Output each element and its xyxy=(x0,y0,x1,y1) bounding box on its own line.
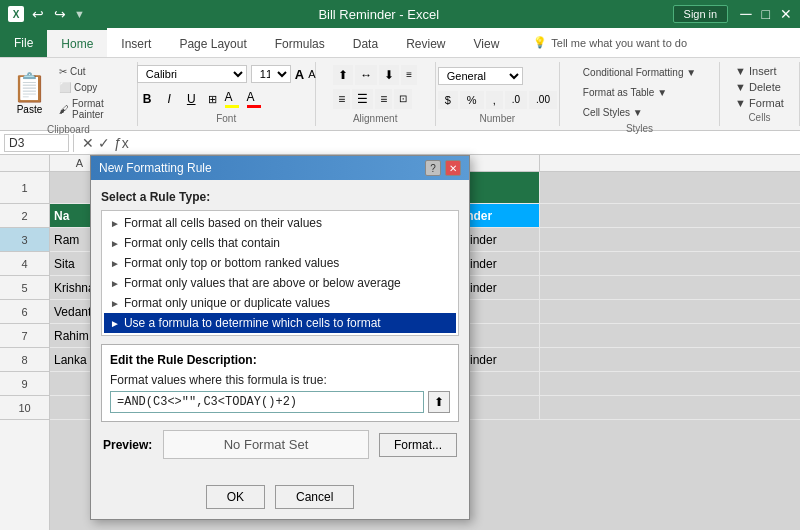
rule-item-2[interactable]: ► Format only cells that contain xyxy=(104,233,456,253)
row-header-4[interactable]: 4 xyxy=(0,252,49,276)
italic-button[interactable]: I xyxy=(162,89,177,109)
cell-styles-button[interactable]: Cell Styles ▼ xyxy=(576,104,703,121)
font-row2: B I U ⊞ A A xyxy=(137,88,316,110)
border-button[interactable]: ⊞ xyxy=(206,91,219,108)
row-header-2[interactable]: 2 xyxy=(0,204,49,228)
rule-label-4: Format only values that are above or bel… xyxy=(124,276,401,290)
alignment-controls: ⬆ ↔ ⬇ ≡ ≡ ☰ ≡ ⊡ xyxy=(333,64,417,111)
rule-item-3[interactable]: ► Format only top or bottom ranked value… xyxy=(104,253,456,273)
increase-font-button[interactable]: A xyxy=(295,67,304,82)
dialog-close-button[interactable]: ✕ xyxy=(445,160,461,176)
top-align-button[interactable]: ⬆ xyxy=(333,65,353,85)
left-align-button[interactable]: ≡ xyxy=(333,89,350,109)
sign-in-button[interactable]: Sign in xyxy=(673,5,729,23)
rule-label-5: Format only unique or duplicate values xyxy=(124,296,330,310)
formula-input[interactable] xyxy=(133,136,796,150)
underline-button[interactable]: U xyxy=(181,89,202,109)
alignment-group: ⬆ ↔ ⬇ ≡ ≡ ☰ ≡ ⊡ Alignment xyxy=(316,62,436,126)
tab-view[interactable]: View xyxy=(460,28,514,57)
fill-color-button[interactable]: A xyxy=(223,88,241,110)
rule-arrow-6: ► xyxy=(110,318,120,329)
format-painter-button[interactable]: 🖌 Format Painter xyxy=(55,96,129,122)
tab-insert[interactable]: Insert xyxy=(107,28,165,57)
row-header-1[interactable]: 1 xyxy=(0,172,49,204)
rule-item-4[interactable]: ► Format only values that are above or b… xyxy=(104,273,456,293)
format-button[interactable]: Format... xyxy=(379,433,457,457)
title-bar-left: X ↩ ↪ ▼ xyxy=(8,6,85,22)
row-header-5[interactable]: 5 xyxy=(0,276,49,300)
cell-styles-label: Cell Styles ▼ xyxy=(583,107,643,118)
conditional-formatting-button[interactable]: Conditional Formatting ▼ xyxy=(576,64,703,81)
font-controls: Calibri 11 A A B I U ⊞ A xyxy=(137,64,316,111)
dialog-title-bar: New Formatting Rule ? ✕ xyxy=(91,156,469,180)
row-header-8[interactable]: 8 xyxy=(0,348,49,372)
rule-arrow-2: ► xyxy=(110,238,120,249)
close-button[interactable]: ✕ xyxy=(780,6,792,22)
format-as-table-button[interactable]: Format as Table ▼ xyxy=(576,84,703,101)
cancel-button[interactable]: Cancel xyxy=(275,485,354,509)
ok-button[interactable]: OK xyxy=(206,485,265,509)
row-header-6[interactable]: 6 xyxy=(0,300,49,324)
formula-textbox[interactable] xyxy=(110,391,424,413)
font-size-select[interactable]: 11 xyxy=(251,65,291,83)
font-label: Font xyxy=(216,113,236,124)
tab-review[interactable]: Review xyxy=(392,28,459,57)
delete-button[interactable]: ▼ Delete xyxy=(729,80,790,94)
wrap-text-button[interactable]: ≡ xyxy=(401,65,417,85)
undo-button[interactable]: ↩ xyxy=(32,6,44,22)
cells-label: Cells xyxy=(748,112,770,123)
bottom-align-button[interactable]: ⬇ xyxy=(379,65,399,85)
row-header-3[interactable]: 3 xyxy=(0,228,49,252)
tell-me[interactable]: 💡 Tell me what you want to do xyxy=(513,28,800,57)
format-as-table-label: Format as Table ▼ xyxy=(583,87,667,98)
confirm-formula-icon[interactable]: ✓ xyxy=(98,135,110,151)
rule-label-2: Format only cells that contain xyxy=(124,236,280,250)
font-name-select[interactable]: Calibri xyxy=(137,65,247,83)
styles-controls: Conditional Formatting ▼ Format as Table… xyxy=(576,64,703,121)
comma-button[interactable]: , xyxy=(486,91,503,109)
paste-label: Paste xyxy=(17,104,43,115)
bold-button[interactable]: B xyxy=(137,89,158,109)
rule-description-section: Edit the Rule Description: Format values… xyxy=(101,344,459,422)
tab-data[interactable]: Data xyxy=(339,28,392,57)
right-align-button[interactable]: ≡ xyxy=(375,89,392,109)
minimize-button[interactable]: ─ xyxy=(740,5,751,23)
rule-arrow-4: ► xyxy=(110,278,120,289)
row-header-9[interactable]: 9 xyxy=(0,372,49,396)
rule-item-6[interactable]: ► Use a formula to determine which cells… xyxy=(104,313,456,333)
row-header-10[interactable]: 10 xyxy=(0,396,49,420)
tab-home[interactable]: Home xyxy=(47,28,107,57)
dialog-help-button[interactable]: ? xyxy=(425,160,441,176)
alignment-label: Alignment xyxy=(353,113,397,124)
number-label: Number xyxy=(480,113,516,124)
cut-button[interactable]: ✂ Cut xyxy=(55,64,129,79)
center-align-button[interactable]: ☰ xyxy=(352,89,373,109)
tab-file[interactable]: File xyxy=(0,28,47,57)
font-color-button[interactable]: A xyxy=(245,88,263,110)
row-header-7[interactable]: 7 xyxy=(0,324,49,348)
format-button[interactable]: ▼ Format xyxy=(729,96,790,110)
font-color-bar xyxy=(247,105,261,108)
copy-button[interactable]: ⬜ Copy xyxy=(55,80,129,95)
collapse-dialog-button[interactable]: ⬆ xyxy=(428,391,450,413)
insert-function-icon[interactable]: ƒx xyxy=(114,135,129,151)
paste-button[interactable]: 📋 Paste xyxy=(8,69,51,117)
rule-item-1[interactable]: ► Format all cells based on their values xyxy=(104,213,456,233)
tab-formulas[interactable]: Formulas xyxy=(261,28,339,57)
increase-decimal-button[interactable]: .0 xyxy=(505,91,527,109)
tab-page-layout[interactable]: Page Layout xyxy=(165,28,260,57)
merge-button[interactable]: ⊡ xyxy=(394,89,412,109)
cancel-formula-icon[interactable]: ✕ xyxy=(82,135,94,151)
cell-reference-input[interactable] xyxy=(4,134,69,152)
percent-button[interactable]: % xyxy=(460,91,484,109)
currency-button[interactable]: $ xyxy=(438,91,458,109)
redo-button[interactable]: ↪ xyxy=(54,6,66,22)
formula-icons: ✕ ✓ ƒx xyxy=(78,135,133,151)
decrease-font-button[interactable]: A xyxy=(308,68,315,80)
decrease-decimal-button[interactable]: .00 xyxy=(529,91,557,109)
middle-align-button[interactable]: ↔ xyxy=(355,65,377,85)
number-format-select[interactable]: General xyxy=(438,67,523,85)
rule-item-5[interactable]: ► Format only unique or duplicate values xyxy=(104,293,456,313)
maximize-button[interactable]: □ xyxy=(762,6,770,22)
insert-button[interactable]: ▼ Insert xyxy=(729,64,790,78)
